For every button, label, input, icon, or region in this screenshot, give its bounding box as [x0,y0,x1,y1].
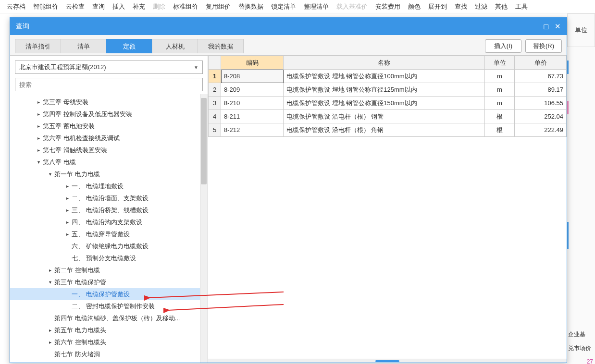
maximize-icon[interactable]: ◻ [543,22,549,31]
caret-right-icon[interactable]: ▸ [36,99,41,105]
cell-code[interactable]: 8-212 [221,123,284,137]
tree-node-6[interactable]: ▾第一节 电力电缆 [10,168,208,180]
search-input[interactable] [15,78,203,91]
caret-right-icon[interactable]: ▸ [65,219,70,225]
resize-handle[interactable] [208,359,567,363]
tree-node-14[interactable]: ▸第二节 控制电缆 [10,264,208,276]
toolbar-item-7[interactable]: 标准组价 [169,2,202,11]
toolbar-item-15[interactable]: 展开到 [424,2,451,11]
cell-code[interactable]: 8-210 [221,97,284,110]
caret-right-icon[interactable]: ▸ [65,183,70,189]
caret-right-icon[interactable]: ▸ [65,195,70,201]
table-row[interactable]: 58-212电缆保护管敷设 沿电杆（根） 角钢根222.49 [209,123,567,137]
caret-right-icon[interactable]: ▸ [36,135,41,141]
quota-combo-value: 北京市建设工程预算定额(2012) [19,63,106,72]
toolbar-item-11[interactable]: 整理清单 [300,2,333,11]
caret-right-icon[interactable]: ▸ [36,123,41,129]
toolbar-item-10[interactable]: 锁定清单 [267,2,300,11]
toolbar-item-14[interactable]: 颜色 [404,2,424,11]
caret-right-icon[interactable]: ▸ [65,207,70,213]
tree-node-label: 四、 电缆沿沟内支架敷设 [72,218,142,227]
caret-right-icon[interactable]: ▸ [48,340,52,345]
tree-node-20[interactable]: ▸第六节 控制电缆头 [10,336,208,348]
toolbar-item-13[interactable]: 安装费用 [372,2,404,11]
th-name[interactable]: 名称 [284,56,485,70]
bg-header-unit: 单位 [567,13,595,47]
toolbar-item-12[interactable]: 载入基准价 [333,2,372,11]
tree-node-1[interactable]: ▸第四章 控制设备及低压电器安装 [10,108,208,120]
scroll-thumb[interactable] [201,98,207,184]
toolbar-item-18[interactable]: 其他 [491,2,511,11]
caret-right-icon[interactable]: ▸ [36,111,41,117]
caret-right-icon[interactable]: ▸ [48,328,52,333]
replace-button[interactable]: 替换(R) [525,39,562,53]
toolbar-item-2[interactable]: 云检查 [62,2,88,11]
cell-code[interactable]: 8-211 [221,110,284,123]
tab-4[interactable]: 我的数据 [198,39,244,53]
tree-node-17[interactable]: ▸二、 密封电缆保护管制作安装 [10,300,208,312]
toolbar-item-4[interactable]: 插入 [109,2,129,11]
tree-node-4[interactable]: ▸第七章 滑触线装置安装 [10,144,208,156]
tree-node-8[interactable]: ▸二、 电缆沿墙面、支架敷设 [10,192,208,204]
table-row[interactable]: 38-210电缆保护管敷设 埋地 钢管公称直径150mm以内m106.55 [209,97,567,110]
tree-node-21[interactable]: ▸第七节 防火堵洞 [10,348,208,360]
tree-node-9[interactable]: ▸三、 电缆沿桥架、线槽敷设 [10,204,208,216]
caret-right-icon[interactable]: ▸ [36,147,41,153]
toolbar-item-6[interactable]: 删除 [149,2,169,11]
dialog-titlebar[interactable]: 查询 ◻ ✕ [10,18,567,35]
toolbar-item-19[interactable]: 工具 [511,2,532,11]
toolbar-item-1[interactable]: 智能组价 [29,2,62,11]
table-row[interactable]: 28-209电缆保护管敷设 埋地 钢管公称直径125mm以内m89.17 [209,83,567,97]
toolbar-item-3[interactable]: 查询 [88,2,109,11]
tree-scrollbar[interactable] [200,94,208,363]
tree-node-label: 第八章 电缆 [43,158,76,167]
cell-code[interactable]: 8-209 [221,83,284,97]
cell-rownum: 5 [209,123,221,137]
th-rownum[interactable] [209,56,221,70]
caret-down-icon[interactable]: ▾ [36,159,41,165]
tree-node-16[interactable]: ▸一、 电缆保护管敷设 [10,288,208,300]
tree-node-11[interactable]: ▸五、 电缆穿导管敷设 [10,228,208,240]
cell-name: 电缆保护管敷设 埋地 钢管公称直径100mm以内 [284,70,485,83]
tree-node-7[interactable]: ▸一、 电缆埋地敷设 [10,180,208,192]
table-row[interactable]: 48-211电缆保护管敷设 沿电杆（根） 钢管根252.04 [209,110,567,123]
toolbar-item-16[interactable]: 查找 [451,2,471,11]
tree-node-label: 七、 预制分支电缆敷设 [72,254,136,263]
tree-node-10[interactable]: ▸四、 电缆沿沟内支架敷设 [10,216,208,228]
tree-node-19[interactable]: ▸第五节 电力电缆头 [10,324,208,336]
bg-footer-label2: 兑市场价 [567,341,595,355]
toolbar-item-5[interactable]: 补充 [129,2,149,11]
insert-button[interactable]: 插入(I) [485,39,521,53]
quota-combo[interactable]: 北京市建设工程预算定额(2012) ▼ [15,61,203,74]
tab-1[interactable]: 清单 [61,39,107,53]
dialog-title-text: 查询 [16,22,29,31]
tree-node-18[interactable]: ▸第四节 电缆沟铺砂、盖保护板（砖）及移动... [10,312,208,324]
close-icon[interactable]: ✕ [555,22,561,31]
th-unit[interactable]: 单位 [485,56,515,70]
caret-right-icon[interactable]: ▸ [48,267,52,273]
th-code[interactable]: 编码 [221,56,284,70]
table-row[interactable]: 18-208电缆保护管敷设 埋地 钢管公称直径100mm以内m67.73 [209,70,567,83]
tab-3[interactable]: 人材机 [152,39,198,53]
tree-node-12[interactable]: ▸六、 矿物绝缘电力电缆敷设 [10,240,208,252]
toolbar-item-8[interactable]: 复用组价 [202,2,235,11]
tree-node-5[interactable]: ▾第八章 电缆 [10,156,208,168]
caret-right-icon[interactable]: ▸ [65,231,70,237]
tree-node-label: 第六章 电机检查接线及调试 [43,134,120,143]
caret-down-icon[interactable]: ▾ [48,171,52,177]
tab-2[interactable]: 定额 [106,39,152,53]
tree-node-2[interactable]: ▸第五章 蓄电池安装 [10,120,208,132]
cell-price: 89.17 [515,83,567,97]
tab-0[interactable]: 清单指引 [15,39,61,53]
tree-node-3[interactable]: ▸第六章 电机检查接线及调试 [10,132,208,144]
tree-node-0[interactable]: ▸第三章 母线安装 [10,96,208,108]
bg-footer-value1: 27 [567,355,595,364]
tree-node-15[interactable]: ▾第三节 电缆保护管 [10,276,208,288]
toolbar-item-17[interactable]: 过滤 [471,2,491,11]
toolbar-item-9[interactable]: 替换数据 [235,2,267,11]
th-price[interactable]: 单价 [515,56,567,70]
cell-code[interactable]: 8-208 [221,70,284,83]
tree-node-13[interactable]: ▸七、 预制分支电缆敷设 [10,252,208,264]
toolbar-item-0[interactable]: 云存档 [3,2,29,11]
caret-down-icon[interactable]: ▾ [48,279,52,285]
